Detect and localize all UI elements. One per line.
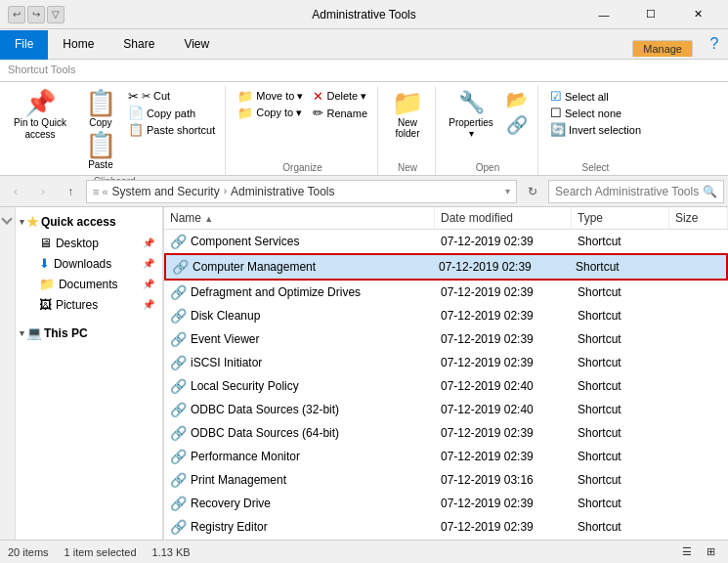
this-pc-header[interactable]: ▾ 💻 This PC xyxy=(16,323,162,343)
close-button[interactable]: ✕ xyxy=(675,0,720,29)
sidebar-item-downloads[interactable]: ⬇ Downloads 📌 xyxy=(31,253,162,274)
sidebar-expand-icon[interactable] xyxy=(2,213,13,224)
file-type: Shortcut xyxy=(572,518,669,536)
tab-share[interactable]: Share xyxy=(108,30,169,60)
table-row[interactable]: 🔗 Registry Editor 07-12-2019 02:39 Short… xyxy=(164,515,728,539)
file-type: Shortcut xyxy=(572,377,669,395)
select-none-button[interactable]: ☐ Select none xyxy=(546,105,645,121)
file-name: Print Management xyxy=(191,473,286,487)
file-type: Shortcut xyxy=(572,233,669,250)
quick-access-icon-3[interactable]: ▽ xyxy=(47,6,64,23)
cut-copypath-col: ✂ ✂ Cut 📄 Copy path 📋 Paste shortcut xyxy=(124,88,219,138)
desktop-icon: 🖥 xyxy=(39,236,52,250)
rename-button[interactable]: ✏ Rename xyxy=(309,105,371,121)
help-button[interactable]: ? xyxy=(701,29,728,59)
table-row[interactable]: 🔗 Event Viewer 07-12-2019 02:39 Shortcut xyxy=(164,327,728,351)
table-row[interactable]: 🔗 ODBC Data Sources (64-bit) 07-12-2019 … xyxy=(164,421,728,445)
file-size xyxy=(669,239,728,243)
file-date: 07-12-2019 03:16 xyxy=(435,471,572,489)
tab-view[interactable]: View xyxy=(169,30,224,60)
properties-button[interactable]: 🔧 Properties ▾ xyxy=(444,88,498,141)
select-all-button[interactable]: ☑ Select all xyxy=(546,88,645,105)
organize-label: Organize xyxy=(234,158,371,173)
delete-rename-col: ✕ Delete ▾ ✏ Rename xyxy=(309,88,371,121)
copy-to-button[interactable]: 📁 Copy to ▾ xyxy=(234,105,307,121)
table-row[interactable]: 🔗 ODBC Data Sources (32-bit) 07-12-2019 … xyxy=(164,398,728,421)
file-date: 07-12-2019 02:39 xyxy=(435,518,572,536)
file-name: ODBC Data Sources (32-bit) xyxy=(191,403,339,416)
quick-access-icon-1[interactable]: ↩ xyxy=(8,6,25,23)
copy-button[interactable]: 📋 Copy xyxy=(79,88,122,130)
table-row[interactable]: 🔗 Component Services 07-12-2019 02:39 Sh… xyxy=(164,230,728,253)
properties-icon: 🔧 xyxy=(458,90,485,115)
sidebar-item-pictures[interactable]: 🖼 Pictures 📌 xyxy=(31,294,162,315)
col-header-type[interactable]: Type xyxy=(572,207,669,229)
forward-button[interactable]: › xyxy=(31,180,55,203)
address-path[interactable]: ≡ « System and Security › Administrative… xyxy=(86,180,517,203)
file-icon: 🔗 xyxy=(170,284,187,300)
col-header-date[interactable]: Date modified xyxy=(435,207,572,229)
table-row[interactable]: 🔗 Disk Cleanup 07-12-2019 02:39 Shortcut xyxy=(164,304,728,327)
file-date: 07-12-2019 02:40 xyxy=(435,401,572,418)
table-row[interactable]: 🔗 Computer Management 07-12-2019 02:39 S… xyxy=(164,253,728,281)
file-date: 07-12-2019 02:39 xyxy=(435,283,572,301)
table-row[interactable]: 🔗 Performance Monitor 07-12-2019 02:39 S… xyxy=(164,445,728,468)
table-row[interactable]: 🔗 Local Security Policy 07-12-2019 02:40… xyxy=(164,374,728,398)
col-header-name[interactable]: Name ▲ xyxy=(164,207,435,229)
delete-button[interactable]: ✕ Delete ▾ xyxy=(309,88,371,105)
file-type: Shortcut xyxy=(572,283,669,301)
refresh-button[interactable]: ↻ xyxy=(521,180,544,203)
file-size xyxy=(669,361,728,365)
table-row[interactable]: 🔗 Print Management 07-12-2019 03:16 Shor… xyxy=(164,468,728,492)
file-size xyxy=(669,337,728,341)
tab-file[interactable]: File xyxy=(0,30,48,60)
invert-selection-button[interactable]: 🔄 Invert selection xyxy=(546,121,645,138)
open-sub-2[interactable]: 🔗 xyxy=(502,113,532,137)
minimize-button[interactable]: — xyxy=(581,0,626,29)
sidebar-item-documents[interactable]: 📁 Documents 📌 xyxy=(31,274,162,294)
open-sub-1[interactable]: 📂 xyxy=(502,88,532,111)
file-icon: 🔗 xyxy=(170,472,187,488)
paste-button[interactable]: 📋 Paste xyxy=(79,130,122,172)
table-row[interactable]: 🔗 Recovery Drive 07-12-2019 02:39 Shortc… xyxy=(164,492,728,515)
file-name: Computer Management xyxy=(193,260,316,274)
quick-access-header[interactable]: ▾ ★ Quick access xyxy=(16,211,162,233)
move-to-button[interactable]: 📁 Move to ▾ xyxy=(234,88,307,105)
maximize-button[interactable]: ☐ xyxy=(628,0,673,29)
dropdown-arrow[interactable]: ▾ xyxy=(505,186,510,196)
up-button[interactable]: ↑ xyxy=(59,180,82,203)
table-row[interactable]: 🔗 Resource Monitor 07-12-2019 02:39 Shor… xyxy=(164,539,728,540)
shortcut-tools-tab[interactable]: Shortcut Tools xyxy=(8,62,76,79)
new-folder-button[interactable]: 📁 Newfolder xyxy=(386,88,429,141)
paste-shortcut-button[interactable]: 📋 Paste shortcut xyxy=(124,121,219,138)
context-tab-bar: Shortcut Tools xyxy=(0,59,728,82)
cut-button[interactable]: ✂ ✂ Cut xyxy=(124,88,219,105)
col-header-size[interactable]: Size xyxy=(669,207,728,229)
desktop-pin-icon: 📌 xyxy=(143,238,154,248)
downloads-icon: ⬇ xyxy=(39,256,50,271)
path-part-1[interactable]: System and Security xyxy=(112,185,220,198)
file-size xyxy=(669,384,728,388)
table-row[interactable]: 🔗 Defragment and Optimize Drives 07-12-2… xyxy=(164,281,728,304)
table-row[interactable]: 🔗 iSCSI Initiator 07-12-2019 02:39 Short… xyxy=(164,351,728,374)
new-group: 📁 Newfolder New xyxy=(380,86,436,175)
search-input[interactable] xyxy=(555,185,699,198)
large-icon-view-button[interactable]: ⊞ xyxy=(701,542,720,562)
tab-home[interactable]: Home xyxy=(48,30,108,60)
sidebar-item-desktop[interactable]: 🖥 Desktop 📌 xyxy=(31,233,162,253)
search-box[interactable]: 🔍 xyxy=(548,180,724,203)
paste-icon: 📋 xyxy=(85,132,116,157)
back-button[interactable]: ‹ xyxy=(4,180,27,203)
quick-access-star-icon: ★ xyxy=(26,214,39,230)
pin-to-quick-access-button[interactable]: 📌 Pin to Quickaccess xyxy=(10,88,70,143)
quick-access-chevron: ▾ xyxy=(20,217,24,227)
copy-path-button[interactable]: 📄 Copy path xyxy=(124,105,219,121)
file-name: Local Security Policy xyxy=(191,379,299,393)
file-icon: 🔗 xyxy=(170,425,187,441)
path-chevron-1: › xyxy=(224,186,227,196)
file-date: 07-12-2019 02:39 xyxy=(435,233,572,250)
path-part-2[interactable]: Administrative Tools xyxy=(231,185,335,198)
file-name: Recovery Drive xyxy=(191,497,271,510)
quick-access-icon-2[interactable]: ↪ xyxy=(27,6,45,23)
details-view-button[interactable]: ☰ xyxy=(677,542,697,562)
